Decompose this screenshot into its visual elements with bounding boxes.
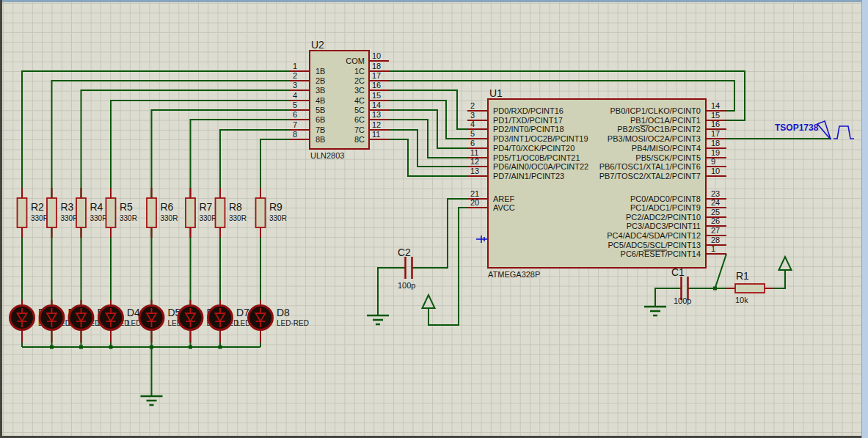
pin-number: 21	[470, 189, 479, 198]
pin-number: 17	[372, 71, 381, 80]
pin-number: 3	[470, 111, 475, 120]
pin-number: 10	[711, 167, 720, 175]
tsop1738-generator[interactable]: TSOP1738	[775, 121, 854, 139]
resistor-value: 330R	[200, 214, 217, 222]
pin-number: 15	[711, 111, 720, 120]
pin-number: 14	[372, 101, 381, 109]
pin-number: 24	[711, 198, 720, 207]
pin-name: PD1/TXD/PCINT17	[493, 116, 563, 125]
pin-name: PC0/ADC0/PCINT8	[630, 194, 701, 203]
pin-number: 2	[293, 71, 297, 80]
r1-value: 10k	[735, 296, 748, 304]
resistor-value: 330R	[61, 214, 79, 222]
pin-number: 5	[470, 129, 475, 138]
pin-name: AREF	[493, 194, 515, 203]
schematic-canvas[interactable]: R2 330R R3 330R R4 330R R5 330R R6 330R …	[0, 0, 868, 438]
pin-name: 4C	[354, 96, 365, 105]
junction-dot	[79, 346, 83, 349]
resistor-value: 330R	[31, 214, 48, 222]
pin-number: 1	[711, 244, 715, 253]
resistor-body[interactable]	[186, 188, 195, 238]
u1-ref: U1	[489, 87, 503, 99]
pin-number: 2	[470, 101, 475, 110]
r1-body[interactable]	[735, 284, 765, 293]
r1-ref: R1	[736, 270, 749, 282]
resistor-value: 330R	[90, 214, 108, 222]
pin-number: 18	[711, 139, 720, 147]
pin-name: PB4/MISO/PCINT4	[632, 144, 701, 153]
pin-number: 19	[711, 148, 720, 157]
pin-number: 28	[711, 236, 720, 244]
pin-name: PC2/ADC2/PCINT10	[626, 213, 701, 222]
wire-c2-gnd[interactable]	[378, 268, 405, 315]
pin-number: 20	[470, 198, 479, 207]
pin-number: 1	[293, 62, 297, 70]
pulse-waveform-icon	[834, 126, 854, 139]
wire-reset-diag[interactable]	[715, 254, 727, 288]
resistor-ref: R9	[269, 201, 282, 213]
pin-number: 4	[293, 91, 297, 100]
u2-ref: U2	[311, 39, 324, 51]
led-body[interactable]	[139, 300, 164, 343]
resistor-ref: R3	[61, 201, 74, 213]
ground-symbol[interactable]	[644, 307, 666, 315]
pin-name: AVCC	[493, 203, 515, 212]
pin-number: 25	[711, 208, 720, 216]
resistor-ref: R5	[120, 201, 133, 213]
probe-label: TSOP1738	[775, 123, 819, 133]
pin-name: 8B	[316, 135, 325, 144]
resistor-body[interactable]	[147, 188, 156, 238]
resistor-body[interactable]	[106, 188, 116, 238]
power-symbol[interactable]	[779, 257, 792, 270]
led-body[interactable]	[249, 300, 273, 343]
pin-name: 5C	[354, 106, 365, 114]
junction-dot	[219, 346, 222, 349]
c2-value: 100p	[398, 281, 415, 290]
led-ref: D8	[277, 307, 290, 318]
u2-part: ULN2803	[310, 151, 344, 160]
pin-name: PC3/ADC3/PCINT11	[627, 222, 701, 230]
pin-name: PB5/SCK/PCINT5	[635, 153, 701, 162]
resistor-body[interactable]	[76, 188, 86, 238]
pin-name: PD2/INT0/PCINT18	[493, 125, 564, 134]
pin-name: 7C	[354, 125, 365, 134]
capacitor-c1[interactable]: C1 100p	[671, 266, 691, 305]
resistor-body[interactable]	[216, 188, 225, 238]
pin-name: 6B	[316, 115, 325, 124]
resistor-body[interactable]	[256, 188, 266, 238]
wire-r1-power[interactable]	[773, 270, 785, 288]
pin-name: PB3/MOSI/OC2A/PCINT3	[608, 134, 701, 143]
u1-part: ATMEGA328P	[488, 270, 540, 279]
resistor-ref: R6	[161, 201, 174, 213]
power-symbol[interactable]	[423, 295, 435, 308]
pin-number: 11	[372, 130, 380, 139]
pin-number: 17	[711, 129, 720, 138]
pin-name: COM	[346, 56, 365, 65]
pin-number: 3	[293, 81, 297, 90]
pin-number: 6	[470, 139, 475, 147]
pin-name: 5B	[316, 106, 325, 114]
led-value: LED-RED	[277, 319, 309, 327]
pin-number: 8	[293, 130, 297, 139]
junction-dot	[50, 346, 54, 349]
resistor-r1[interactable]: R1 10k	[726, 270, 773, 304]
u1-atmega328p[interactable]: U1 ATMEGA328P 2 3 4 5 6 11 12 13 21 20 P…	[467, 87, 726, 279]
junction-dot	[109, 346, 113, 349]
resistor-array[interactable]	[18, 188, 266, 238]
canvas-border-top	[0, 0, 868, 2]
resistor-ref: R4	[90, 201, 103, 213]
led-ref: D4	[127, 307, 140, 318]
pin-name: PC5/ADC5/SCL/PCINT13	[608, 241, 701, 249]
ground-symbol[interactable]	[367, 315, 389, 324]
resistor-body[interactable]	[18, 188, 27, 238]
pin-number: 10	[372, 51, 381, 60]
pin-number: 9	[711, 157, 715, 166]
probe-marker-icon	[476, 236, 487, 243]
u2-uln2803[interactable]: U2 ULN2803 1 2 3 4 5 6 7 8 1B 2B 3B 4B 5…	[290, 39, 389, 160]
pin-number: 12	[372, 120, 381, 129]
pin-name: PD5/T1/OC0B/PCINT21	[493, 153, 580, 162]
resistor-body[interactable]	[47, 188, 56, 238]
led-body[interactable]	[10, 300, 34, 343]
ground-symbol[interactable]	[141, 396, 163, 405]
led-body[interactable]	[178, 300, 203, 343]
